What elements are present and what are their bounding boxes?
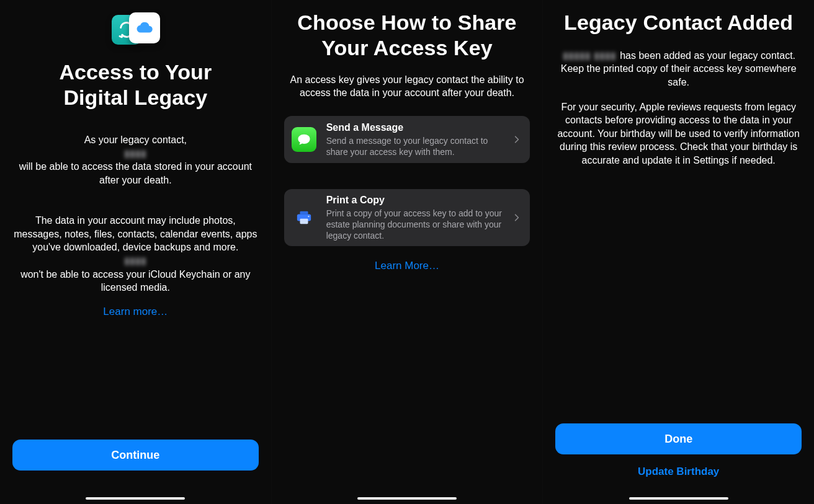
p2-pre: The data in your account may include pho… (14, 215, 257, 252)
p2-post: won't be able to access your iCloud Keyc… (20, 269, 250, 293)
redacted-name-2: ▮▮▮▮ (123, 254, 148, 268)
share-option-list: Send a Message Send a message to your le… (279, 116, 535, 246)
panel-legacy-contact-added: Legacy Contact Added ▮▮▮▮▮ ▮▮▮▮ has been… (542, 0, 814, 504)
option-send-message-text: Send a Message Send a message to your le… (326, 122, 513, 157)
svg-rect-1 (300, 211, 308, 215)
p1-post: will be able to access the data stored i… (19, 161, 252, 185)
redacted-name-1: ▮▮▮▮ (123, 147, 148, 161)
home-indicator[interactable] (86, 497, 185, 500)
panel2-title: Choose How to Share Your Access Key (297, 10, 516, 61)
p3-p2: For your security, Apple reviews request… (554, 100, 803, 167)
panel3-title: Legacy Contact Added (564, 10, 793, 35)
option-send-message-title: Send a Message (326, 122, 507, 134)
option-send-message[interactable]: Send a Message Send a message to your le… (284, 116, 530, 163)
option-print-copy-title: Print a Copy (326, 194, 507, 206)
panel1-paragraph1: As your legacy contact, ▮▮▮▮ will be abl… (12, 120, 259, 187)
printer-icon (292, 205, 316, 230)
panel3-footer: Done Update Birthday (550, 423, 807, 483)
legacy-hero-icon (110, 12, 160, 50)
panel1-paragraph2: The data in your account may include pho… (12, 201, 259, 294)
panel1-footer: Continue (7, 440, 264, 471)
panel1-content: Access to Your Digital Legacy As your le… (7, 9, 264, 440)
cloud-icon (129, 12, 160, 43)
panel3-content: Legacy Contact Added ▮▮▮▮▮ ▮▮▮▮ has been… (550, 9, 807, 423)
home-indicator[interactable] (629, 497, 728, 500)
p1-pre: As your legacy contact, (84, 135, 187, 145)
panel1-learn-more-link[interactable]: Learn more… (103, 306, 168, 318)
home-indicator[interactable] (357, 497, 457, 500)
panel1-title: Access to Your Digital Legacy (59, 60, 212, 110)
panel3-body: ▮▮▮▮▮ ▮▮▮▮ has been added as your legacy… (554, 49, 803, 167)
messages-icon (292, 127, 316, 152)
panel2-subhead: An access key gives your legacy contact … (289, 73, 526, 100)
three-panel-stage: Access to Your Digital Legacy As your le… (0, 0, 814, 504)
update-birthday-button[interactable]: Update Birthday (555, 461, 802, 483)
svg-rect-2 (300, 219, 308, 224)
done-button[interactable]: Done (555, 423, 802, 454)
continue-button[interactable]: Continue (12, 440, 259, 471)
option-send-message-sub: Send a message to your legacy contact to… (326, 135, 507, 157)
option-print-copy[interactable]: Print a Copy Print a copy of your access… (284, 189, 530, 246)
panel-share-access-key: Choose How to Share Your Access Key An a… (271, 0, 543, 504)
option-print-copy-sub: Print a copy of your access key to add t… (326, 208, 507, 242)
panel2-learn-more-link[interactable]: Learn More… (375, 260, 439, 272)
redacted-contact-name: ▮▮▮▮▮ ▮▮▮▮ (561, 49, 617, 63)
svg-point-3 (308, 216, 309, 217)
chevron-right-icon (512, 133, 521, 146)
chevron-right-icon (512, 211, 521, 224)
panel2-content: Choose How to Share Your Access Key An a… (279, 9, 535, 504)
option-print-copy-text: Print a Copy Print a copy of your access… (326, 194, 513, 242)
panel-access-digital-legacy: Access to Your Digital Legacy As your le… (0, 0, 271, 504)
